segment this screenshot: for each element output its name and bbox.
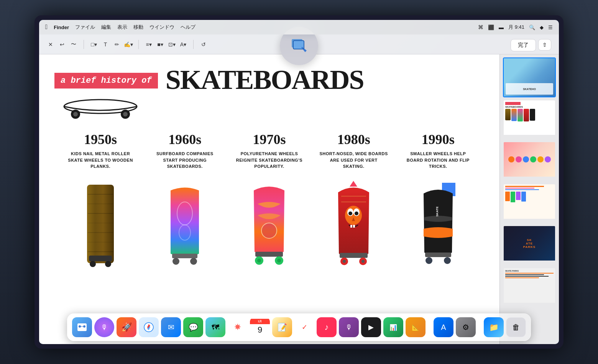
svg-point-22 xyxy=(172,258,179,265)
timeline: 1950s KIDS NAIL METAL ROLLER SKATE WHEEL… xyxy=(54,131,484,170)
shapes-btn[interactable]: □▾ xyxy=(89,39,99,50)
share-button[interactable]: ⇧ xyxy=(538,39,551,51)
text-btn[interactable]: T xyxy=(100,39,111,50)
svg-point-32 xyxy=(345,206,362,225)
svg-point-7 xyxy=(123,112,128,116)
dock-item-numbers[interactable]: 📊 xyxy=(383,317,403,337)
thumbnail-4[interactable] xyxy=(503,184,556,223)
thumbnail-2[interactable]: SKATEBOARDS xyxy=(503,100,556,139)
dock-item-folder[interactable]: 📁 xyxy=(484,317,504,337)
dock-item-messages[interactable]: 💬 xyxy=(183,317,203,337)
dock-item-appstore[interactable]: A xyxy=(434,317,453,337)
sidebar-thumbnails: SKATEHO SKATEBOARDS xyxy=(499,54,559,344)
airplay-icon: ⬛ xyxy=(488,25,494,30)
thumbnail-3[interactable] xyxy=(503,141,556,181)
dock-item-calendar[interactable]: 1月 9 xyxy=(250,317,270,337)
decade-1970s: 1970s xyxy=(235,131,304,148)
dock-item-sysprefs[interactable]: ⚙ xyxy=(456,317,476,337)
svg-point-5 xyxy=(73,112,78,116)
screen:  Finder ファイル 編集 表示 移動 ウインドウ ヘルプ ⌘ ⬛ ▬ 月… xyxy=(39,20,559,344)
document-area[interactable]: a brief history of xyxy=(39,54,499,344)
dock-item-launchpad[interactable]: 🚀 xyxy=(117,317,136,337)
decade-1960s: 1960s xyxy=(150,131,219,148)
dock-item-mail[interactable]: ✉ xyxy=(161,317,181,337)
dock-item-podcasts[interactable]: 🎙 xyxy=(339,317,359,337)
control-center-icon[interactable]: ☰ xyxy=(548,25,553,30)
doc-header: a brief history of xyxy=(54,66,484,124)
dock-separator-2 xyxy=(480,320,480,335)
battery-icon: ▬ xyxy=(499,25,504,30)
thumbnail-6[interactable]: SKATE PARKS xyxy=(503,267,556,307)
dock-item-appletv[interactable]: ▶ xyxy=(361,317,381,337)
markup-tool-icon xyxy=(291,36,307,56)
board-1990s: SKATE xyxy=(407,183,469,267)
svg-point-42 xyxy=(343,260,346,263)
svg-rect-21 xyxy=(172,254,197,258)
menubar-finder[interactable]: Finder xyxy=(54,25,69,30)
clock: 月 9:41 xyxy=(508,24,524,31)
pen-btn[interactable]: ✏ xyxy=(112,39,122,50)
dock: 🎙 🚀 ✉ 💬 🗺 xyxy=(67,313,531,341)
close-markup-btn[interactable]: ✕ xyxy=(45,39,56,50)
timeline-1980s: 1980s SHORT-NOSED, WIDE BOARDS ARE USED … xyxy=(319,131,388,170)
apple-menu[interactable]:  xyxy=(45,23,48,31)
desc-1980s: SHORT-NOSED, WIDE BOARDS ARE USED FOR VE… xyxy=(319,151,388,170)
search-icon[interactable]: 🔍 xyxy=(529,25,535,30)
dock-item-finder[interactable] xyxy=(72,317,92,337)
svg-text:SKATE: SKATE xyxy=(435,206,439,216)
signature-btn[interactable]: ✍▾ xyxy=(123,39,134,50)
svg-rect-39 xyxy=(353,225,355,228)
done-button[interactable]: 完了 xyxy=(511,39,536,51)
dock-item-safari[interactable] xyxy=(139,317,159,337)
decade-1990s: 1990s xyxy=(404,131,473,148)
dock-item-notes[interactable]: 📝 xyxy=(272,317,292,337)
skateboards-title: SKATEBOARDS xyxy=(166,66,364,93)
undo-btn[interactable]: ↩ xyxy=(57,39,67,50)
toolbar-sep-2 xyxy=(138,40,139,49)
svg-rect-52 xyxy=(77,323,87,331)
desc-1990s: SMALLER WHEELS HELP BOARD ROTATION AND F… xyxy=(404,151,473,170)
decade-1980s: 1980s xyxy=(319,131,388,148)
align-btn[interactable]: ≡▾ xyxy=(143,39,154,50)
menubar-left:  Finder ファイル 編集 表示 移動 ウインドウ ヘルプ xyxy=(45,23,196,31)
desc-1960s: SURFBOARD COMPANIES START PRODUCING SKAT… xyxy=(150,151,219,170)
menubar-edit[interactable]: 編集 xyxy=(101,24,111,31)
timeline-1960s: 1960s SURFBOARD COMPANIES START PRODUCIN… xyxy=(150,131,219,170)
menubar-go[interactable]: 移動 xyxy=(133,24,143,31)
timeline-1950s: 1950s KIDS NAIL METAL ROLLER SKATE WHEEL… xyxy=(66,131,135,170)
menubar-help[interactable]: ヘルプ xyxy=(181,24,196,31)
menubar-right: ⌘ ⬛ ▬ 月 9:41 🔍 ◆ ☰ xyxy=(478,24,553,31)
svg-point-29 xyxy=(277,259,281,262)
menubar-window[interactable]: ウインドウ xyxy=(150,24,174,31)
siri-icon[interactable]: ◆ xyxy=(540,25,544,30)
fill-btn[interactable]: ⊡▾ xyxy=(166,39,177,50)
redo-btn[interactable]: 〜 xyxy=(68,39,79,50)
svg-point-23 xyxy=(190,258,197,265)
dock-item-music[interactable]: ♪ xyxy=(317,317,337,337)
app-window: ✕ ↩ 〜 □▾ T ✏ ✍▾ ≡▾ ■▾ ⊡▾ xyxy=(39,34,559,344)
menubar-file[interactable]: ファイル xyxy=(75,24,95,31)
toolbar: ✕ ↩ 〜 □▾ T ✏ ✍▾ ≡▾ ■▾ ⊡▾ xyxy=(39,34,559,54)
dock-item-reminders[interactable]: ✓ xyxy=(294,317,314,337)
brief-history-badge: a brief history of xyxy=(54,73,158,89)
thumbnail-1[interactable]: SKATEHO xyxy=(503,57,556,97)
border-btn[interactable]: ■▾ xyxy=(155,39,166,50)
font-btn[interactable]: A▾ xyxy=(178,39,189,50)
svg-rect-48 xyxy=(425,253,451,257)
svg-rect-16 xyxy=(89,256,112,261)
svg-point-27 xyxy=(257,259,261,262)
dock-item-maps[interactable]: 🗺 xyxy=(205,317,225,337)
toolbar-sep-1 xyxy=(84,40,84,49)
thumbnail-5[interactable]: SKATEPARKS xyxy=(503,225,556,265)
toolbar-group-left: ✕ ↩ 〜 xyxy=(45,39,79,50)
dock-item-keynote[interactable]: 📐 xyxy=(406,317,426,337)
dock-item-photos[interactable] xyxy=(228,317,248,337)
menubar-view[interactable]: 表示 xyxy=(117,24,127,31)
dock-item-siri[interactable]: 🎙 xyxy=(94,317,114,337)
svg-point-49 xyxy=(426,257,432,264)
rotate-btn[interactable]: ↺ xyxy=(198,39,209,50)
toolbar-group-format: ≡▾ ■▾ ⊡▾ A▾ xyxy=(143,39,189,50)
dock-item-trash[interactable]: 🗑 xyxy=(506,317,526,337)
svg-point-17 xyxy=(90,261,96,267)
toolbar-sep-3 xyxy=(193,40,194,49)
